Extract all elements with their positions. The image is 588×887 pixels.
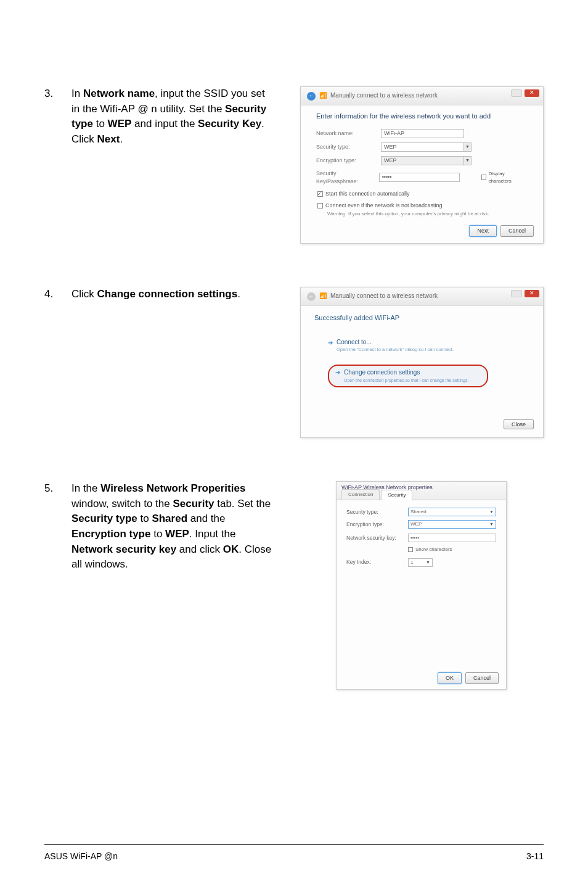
dialog-manually-connect: ✕ ← 📶 Manually connect to a wireless net… (300, 86, 544, 244)
label-display-chars: Display characters (488, 170, 528, 184)
step-text-5: In the Wireless Network Properities wind… (71, 481, 272, 572)
wifi-icon: 📶 (319, 91, 327, 101)
back-icon[interactable]: ← (307, 92, 316, 101)
checkbox-display-chars[interactable] (481, 175, 487, 180)
close-icon[interactable]: ✕ (525, 290, 539, 297)
arrow-icon: ➔ (328, 339, 333, 348)
label-start-auto: Start this connection automatically (325, 190, 410, 198)
tab-security[interactable]: Security (381, 490, 412, 500)
chevron-down-icon: ▼ (426, 559, 430, 566)
select-security-type[interactable]: Shared▼ (408, 508, 496, 516)
step-text-4: Click Change connection settings. (71, 287, 272, 302)
input-security-key[interactable]: ••••• (379, 173, 460, 182)
back-icon: ← (307, 292, 316, 301)
minimize-icon[interactable] (511, 89, 522, 97)
chevron-down-icon: ▼ (489, 521, 494, 527)
dialog-successfully-added: ✕ ← 📶 Manually connect to a wireless net… (300, 287, 544, 438)
label-security-type: Security type: (346, 508, 408, 516)
label-connect-hidden: Connect even if the network is not broad… (325, 202, 443, 210)
ok-button[interactable]: OK (438, 672, 462, 684)
step-number-5: 5. (44, 481, 59, 572)
step-number-4: 4. (44, 287, 59, 302)
breadcrumb: Manually connect to a wireless network (330, 91, 438, 101)
checkbox-start-auto[interactable] (317, 191, 323, 197)
label-show-chars: Show characters (415, 546, 452, 553)
checkbox-show-chars[interactable] (408, 547, 413, 552)
minimize-icon[interactable] (511, 290, 522, 297)
next-button[interactable]: Next (469, 225, 497, 237)
link-change-settings[interactable]: ➔ Change connection settings Open the co… (328, 365, 488, 387)
dialog-properties: ✕ WiFi-AP Wireless Network properties Co… (336, 481, 507, 690)
footer-left: ASUS WiFi-AP @n (44, 850, 118, 862)
breadcrumb: Manually connect to a wireless network (330, 292, 438, 301)
close-icon[interactable]: ✕ (525, 89, 539, 97)
label-security-key: Security Key/Passphrase: (316, 170, 379, 186)
input-network-name[interactable]: WiFi-AP (381, 129, 464, 138)
cancel-button[interactable]: Cancel (500, 225, 534, 237)
cancel-button[interactable]: Cancel (465, 672, 499, 684)
chevron-down-icon[interactable]: ▼ (464, 156, 472, 165)
checkbox-connect-hidden[interactable] (317, 203, 323, 208)
link-connect-to[interactable]: ➔ Connect to... Open the "Connect to a n… (328, 338, 529, 353)
step-number-3: 3. (44, 86, 59, 147)
label-encryption-type: Encryption type: (316, 157, 381, 165)
input-network-key[interactable]: ••••• (408, 534, 496, 542)
warning-text: Warning: If you select this option, your… (327, 210, 528, 218)
label-network-key: Network security key: (346, 534, 408, 542)
wifi-icon: 📶 (319, 292, 327, 301)
step-text-3: In Network name, input the SSID you set … (71, 86, 272, 147)
label-encryption-type: Encryption type: (346, 521, 408, 528)
select-security-type[interactable]: WEP (381, 142, 464, 152)
chevron-down-icon[interactable]: ▼ (464, 142, 472, 152)
select-key-index[interactable]: 1▼ (408, 558, 433, 567)
dialog-title: Enter information for the wireless netwo… (316, 112, 528, 122)
select-encryption-type[interactable]: WEP▼ (408, 520, 496, 529)
label-key-index: Key Index: (346, 558, 408, 566)
close-button[interactable]: Close (504, 419, 534, 429)
label-security-type: Security type: (316, 143, 381, 151)
footer-right: 3-11 (526, 850, 544, 862)
select-encryption-type[interactable]: WEP (381, 156, 464, 165)
chevron-down-icon: ▼ (489, 509, 494, 515)
arrow-icon: ➔ (335, 368, 340, 377)
dialog-title: Successfully added WiFi-AP (314, 313, 529, 323)
label-network-name: Network name: (316, 130, 381, 138)
